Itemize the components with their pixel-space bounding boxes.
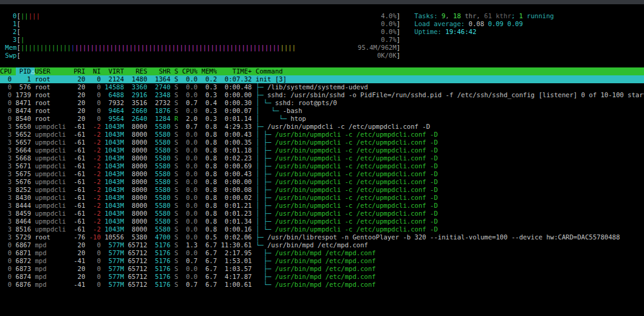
process-row[interactable]: 08540root200956426401284R2.00.30:01.14│ … — [0, 115, 644, 123]
cell-pid: 1739 — [16, 91, 32, 99]
cell-pid-value: 6874 — [16, 273, 32, 280]
cell-cpu: 3 — [0, 178, 12, 186]
cell-shr: 2732 — [151, 99, 171, 107]
process-row[interactable]: 35650upmpdcli-61-21043M80005580S0.70.84:… — [0, 123, 644, 131]
tree-branch: └─ — [256, 241, 267, 249]
cell-shr: 5176 — [151, 281, 171, 289]
column-header-s[interactable]: S — [174, 67, 178, 75]
uptime-part: Uptime: — [414, 28, 445, 35]
cell-user-value: mpd — [35, 273, 46, 280]
tree-branch: ├─ — [256, 123, 267, 130]
cell-virt-value: 577M — [109, 241, 125, 249]
cell-pid: 5657 — [16, 139, 32, 146]
process-row[interactable]: 38459upmpdcli-61-21043M80005580S0.00.80:… — [0, 210, 644, 218]
cell-cpu: 0 — [0, 99, 12, 107]
process-row[interactable]: 35652upmpdcli-61-21043M80005580S0.00.80:… — [0, 131, 644, 139]
command-text: /usr/bin/upmpdcli -c /etc/upmpdcli.conf … — [275, 186, 438, 193]
process-row[interactable]: 06874mpd200577M657125176S0.06.74:17.87 ├… — [0, 273, 644, 281]
column-header-cpu[interactable]: CPU — [0, 67, 12, 75]
cell-shr: 5580 — [151, 210, 171, 218]
process-row[interactable]: 38252upmpdcli-61-21043M80005580S0.00.80:… — [0, 186, 644, 194]
process-row[interactable]: 06873mpd200577M657125176S0.06.71:03.57 ├… — [0, 265, 644, 273]
cell-user: root — [35, 99, 69, 107]
cell-mem_pct-value: 0.8 — [205, 154, 217, 162]
cell-command: │ ├─ /usr/bin/upmpdcli -c /etc/upmpdcli.… — [256, 194, 644, 202]
cell-res-value: 8000 — [132, 186, 148, 193]
process-row[interactable]: 35664upmpdcli-61-21043M80005580S0.00.80:… — [0, 146, 644, 154]
meter-label: 3 — [1, 36, 17, 44]
process-row[interactable]: 08471root200793235162732S0.70.40:00.30│ … — [0, 99, 644, 107]
process-row[interactable]: 01root200212414801364S0.00.20:07.32init … — [0, 75, 644, 83]
process-row[interactable]: 35668upmpdcli-61-21043M80005580S0.00.80:… — [0, 154, 644, 162]
process-row[interactable]: 38516upmpdcli-61-21043M80005580S0.00.80:… — [0, 225, 644, 233]
column-header-pri[interactable]: PRI — [74, 67, 85, 75]
cell-shr-value: 2740 — [155, 83, 171, 91]
cell-res: 8000 — [128, 123, 147, 131]
cell-mem_pct: 0.8 — [202, 146, 218, 154]
cell-time: 0:00.69 — [221, 162, 252, 170]
cell-cpu_pct: 0.0 — [182, 131, 198, 139]
process-row[interactable]: 35675upmpdcli-61-21043M80005580S0.00.80:… — [0, 170, 644, 178]
column-header-cpu_pct[interactable]: CPU% — [182, 67, 198, 75]
process-row[interactable]: 35676upmpdcli-61-21043M80005580S0.00.80:… — [0, 178, 644, 186]
process-row[interactable]: 0576root2001458833602740S0.00.30:00.48├─… — [0, 83, 644, 91]
process-row[interactable]: 06871mpd200577M657125176S0.06.72:17.95 ├… — [0, 249, 644, 257]
cell-shr: 2348 — [151, 91, 171, 99]
cell-cpu-value: 3 — [8, 131, 12, 138]
meter-close-bracket: ] — [397, 12, 400, 20]
cell-pid: 8444 — [16, 202, 32, 210]
cell-res: 8000 — [128, 146, 147, 154]
cell-s-value: S — [174, 249, 178, 256]
cell-pri: -61 — [74, 225, 85, 233]
column-header-mem_pct[interactable]: MEM% — [202, 67, 218, 75]
cell-pid: 5729 — [16, 233, 32, 241]
process-row[interactable]: 35671upmpdcli-61-21043M80005580S0.00.80:… — [0, 162, 644, 170]
meter-bar-segment: ||||||||||||| — [21, 44, 71, 51]
process-row[interactable]: 38430upmpdcli-61-21043M80005580S0.00.80:… — [0, 194, 644, 202]
cell-res: 8000 — [128, 202, 147, 210]
cell-pid-value: 5729 — [16, 233, 32, 241]
cell-virt-value: 577M — [109, 257, 125, 264]
column-header-time[interactable]: TIME+ — [221, 67, 252, 75]
meter-value: 0.7% — [381, 36, 397, 44]
cell-command: │ ├─ /usr/bin/upmpdcli -c /etc/upmpdcli.… — [256, 131, 644, 139]
process-row[interactable]: 35729root-76-101055653804700S0.00.50:02.… — [0, 233, 644, 241]
cell-pid-value: 6876 — [16, 281, 32, 288]
column-header-virt[interactable]: VIRT — [104, 67, 124, 75]
cell-shr-value: 5580 — [155, 202, 171, 209]
cell-time-value: 4:17.87 — [225, 273, 252, 280]
column-header-command[interactable]: Command — [256, 67, 644, 75]
column-header-res[interactable]: RES — [128, 67, 147, 75]
column-header-shr[interactable]: SHR — [151, 67, 171, 75]
column-header-ni[interactable]: NI — [89, 67, 101, 75]
cell-res-value: 8000 — [132, 210, 148, 217]
cell-virt-value: 1043M — [104, 154, 124, 162]
cell-shr: 5580 — [151, 139, 171, 146]
process-row[interactable]: 06872mpd-410577M657125176S0.76.71:53.01 … — [0, 257, 644, 265]
cell-virt: 2124 — [104, 75, 124, 83]
process-row[interactable]: 38464upmpdcli-61-21043M80005580S0.00.80:… — [0, 218, 644, 225]
cell-user: mpd — [35, 273, 69, 281]
process-row[interactable]: 08474root200946426601876S0.00.30:00.07│ … — [0, 107, 644, 115]
cell-user-value: root — [35, 233, 50, 241]
process-row[interactable]: 38444upmpdcli-61-21043M80005580S0.00.80:… — [0, 202, 644, 210]
cell-pri: -61 — [74, 123, 85, 131]
cell-res: 8000 — [128, 139, 147, 146]
cell-cpu: 0 — [0, 257, 12, 265]
column-header-pid[interactable]: PID — [16, 67, 32, 75]
process-row[interactable]: 35657upmpdcli-61-21043M80005580S0.00.80:… — [0, 139, 644, 146]
cell-ni: 0 — [89, 241, 101, 249]
cell-virt-value: 577M — [109, 249, 125, 256]
process-row[interactable]: 01739root200648829162348S0.00.30:00.00├─… — [0, 91, 644, 99]
process-row[interactable]: 06876mpd-410577M657125176S0.76.71:00.61 … — [0, 281, 644, 289]
cell-ni: -10 — [89, 233, 101, 241]
tree-branch: ├─ — [256, 91, 267, 98]
process-row[interactable]: 06867mpd200577M657125176S1.36.711:30.61└… — [0, 241, 644, 249]
cell-res: 8000 — [128, 210, 147, 218]
cell-s-value: S — [174, 241, 178, 249]
tree-branch: ├─ — [256, 257, 275, 264]
cell-res-value: 3516 — [132, 99, 148, 106]
cell-user-value: upmpdcli — [35, 146, 66, 154]
cell-s: S — [174, 202, 178, 210]
column-header-user[interactable]: USER — [35, 67, 69, 75]
